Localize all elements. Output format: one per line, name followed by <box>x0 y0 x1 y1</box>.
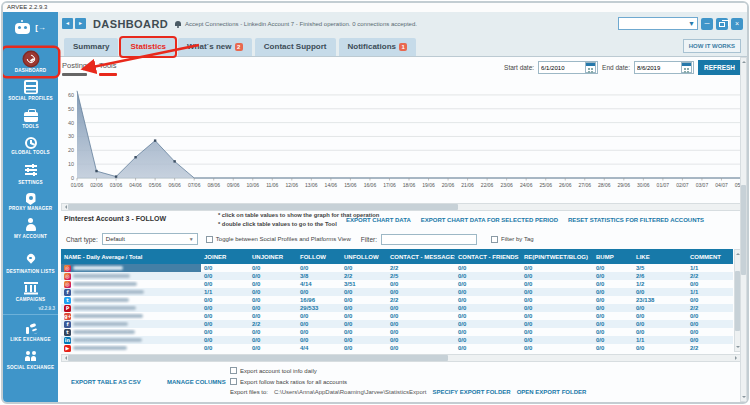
reset-statistics-link[interactable]: RESET STATISTICS FOR FILTERED ACCOUNTS <box>568 217 704 223</box>
stat-value-cell[interactable]: 16/96 <box>297 297 341 303</box>
stat-value-cell[interactable]: 0/0 <box>201 305 249 311</box>
column-header-joiner[interactable]: JOINER <box>201 254 249 260</box>
stat-value-cell[interactable]: 0/0 <box>633 289 687 295</box>
stat-value-cell[interactable]: 0/0 <box>593 305 633 311</box>
column-header-contact-messages[interactable]: CONTACT - MESSAGES <box>387 254 455 260</box>
stat-value-cell[interactable]: 0/0 <box>341 305 387 311</box>
stat-value-cell[interactable]: 0/0 <box>249 297 297 303</box>
stat-value-cell[interactable]: 0/0 <box>521 281 593 287</box>
stat-value-cell[interactable]: 0/0 <box>249 313 297 319</box>
subtab-posting[interactable]: Posting <box>62 61 87 76</box>
sidebar-item-social-profiles[interactable]: SOCIAL PROFILES <box>3 76 58 104</box>
stat-value-cell[interactable]: 2/2 <box>687 345 727 351</box>
stat-value-cell[interactable]: 0/0 <box>341 289 387 295</box>
stat-value-cell[interactable]: 0/0 <box>341 329 387 335</box>
stat-value-cell[interactable]: 0/0 <box>633 321 687 327</box>
table-row[interactable]: t0/00/00/00/00/00/00/00/00/00/0 <box>61 328 733 336</box>
stat-value-cell[interactable]: 0/0 <box>455 313 521 319</box>
stat-value-cell[interactable]: 0/0 <box>633 305 687 311</box>
sidebar-item-my-account[interactable]: MY ACCOUNT <box>3 214 58 242</box>
stat-value-cell[interactable]: 0/0 <box>297 329 341 335</box>
account-name-cell[interactable]: f <box>61 321 201 328</box>
account-name-cell[interactable]: f <box>61 289 201 296</box>
table-row[interactable]: f0/02/20/00/00/00/00/00/00/00/0 <box>61 320 733 328</box>
stat-value-cell[interactable]: 0/0 <box>201 273 249 279</box>
account-name-cell[interactable]: ◎ <box>61 281 201 288</box>
stat-value-cell[interactable]: 1/1 <box>201 289 249 295</box>
scrollbar-thumb[interactable] <box>741 185 746 275</box>
stat-value-cell[interactable]: 0/0 <box>633 329 687 335</box>
stat-value-cell[interactable]: 0/0 <box>593 313 633 319</box>
account-name-cell[interactable]: ◎ <box>61 264 201 272</box>
stat-value-cell[interactable]: 0/0 <box>687 297 727 303</box>
filter-input[interactable] <box>381 234 477 245</box>
stat-value-cell[interactable]: 0/0 <box>387 281 455 287</box>
scroll-left-icon[interactable] <box>63 205 67 209</box>
nav-back-button[interactable]: ◄ <box>62 18 73 29</box>
table-row[interactable]: ◎0/00/04/143/510/00/00/00/01/20/0 <box>61 280 733 288</box>
stat-value-cell[interactable]: 23/138 <box>633 297 687 303</box>
stat-value-cell[interactable]: 0/0 <box>341 337 387 343</box>
stat-value-cell[interactable]: 0/0 <box>521 297 593 303</box>
close-button[interactable]: × <box>731 18 743 30</box>
stat-value-cell[interactable]: 1/1 <box>633 337 687 343</box>
table-horizontal-scrollbar[interactable] <box>61 354 741 362</box>
export-chart-data-link[interactable]: EXPORT CHART DATA <box>346 217 411 223</box>
stat-value-cell[interactable]: 2/2 <box>249 321 297 327</box>
column-header-unjoiner[interactable]: UNJOINER <box>249 254 297 260</box>
table-row[interactable]: ◎0/00/03/82/22/50/00/00/02/62/2 <box>61 272 733 280</box>
column-header-like[interactable]: LIKE <box>633 254 687 260</box>
restore-button[interactable] <box>716 18 728 30</box>
scrollbar-thumb[interactable] <box>68 204 458 210</box>
stat-value-cell[interactable]: 0/0 <box>387 337 455 343</box>
refresh-button[interactable]: REFRESH <box>698 60 741 75</box>
stat-value-cell[interactable]: 0/0 <box>249 265 297 271</box>
stat-value-cell[interactable]: 0/0 <box>687 329 727 335</box>
scroll-up-icon[interactable] <box>736 251 740 255</box>
toggle-profiles-platforms-checkbox[interactable] <box>206 236 213 243</box>
scrollbar-thumb[interactable] <box>68 355 448 361</box>
stat-value-cell[interactable]: 0/0 <box>387 289 455 295</box>
stat-value-cell[interactable]: 0/0 <box>201 345 249 351</box>
scroll-right-icon[interactable] <box>735 356 739 360</box>
stat-value-cell[interactable]: 0/0 <box>455 297 521 303</box>
tab-statistics[interactable]: Statistics <box>121 38 175 56</box>
table-row[interactable]: t0/00/016/960/02/20/00/00/023/1380/0 <box>61 296 733 304</box>
stat-value-cell[interactable]: 4/14 <box>297 281 341 287</box>
stat-value-cell[interactable]: 1/1 <box>687 265 727 271</box>
tab-notifications[interactable]: Notifications1 <box>339 38 417 56</box>
stat-value-cell[interactable]: 0/0 <box>687 281 727 287</box>
end-date-input[interactable] <box>635 65 681 71</box>
stat-value-cell[interactable]: 0/0 <box>521 329 593 335</box>
stat-value-cell[interactable]: 0/0 <box>455 281 521 287</box>
tab-contact-support[interactable]: Contact Support <box>255 38 336 56</box>
content-vertical-scrollbar[interactable] <box>740 57 747 402</box>
stat-value-cell[interactable]: 0/0 <box>249 305 297 311</box>
stat-value-cell[interactable]: 0/0 <box>521 313 593 319</box>
stat-value-cell[interactable]: 0/0 <box>297 289 341 295</box>
calendar-icon[interactable] <box>681 62 692 73</box>
account-name-cell[interactable]: in <box>61 337 201 344</box>
stat-value-cell[interactable]: 0/0 <box>521 289 593 295</box>
stat-value-cell[interactable]: 0/0 <box>593 273 633 279</box>
sidebar-item-social-exchange[interactable]: SOCIAL EXCHANGE <box>3 345 58 373</box>
stat-value-cell[interactable]: 1/2 <box>633 281 687 287</box>
stat-value-cell[interactable]: 3/8 <box>297 273 341 279</box>
stat-value-cell[interactable]: 0/0 <box>201 313 249 319</box>
stat-value-cell[interactable]: 0/0 <box>249 337 297 343</box>
stat-value-cell[interactable]: 0/0 <box>201 321 249 327</box>
stat-value-cell[interactable]: 0/0 <box>341 345 387 351</box>
account-selector-dropdown[interactable]: ▼ <box>618 17 698 30</box>
stat-value-cell[interactable]: 3/51 <box>341 281 387 287</box>
stat-value-cell[interactable]: 4/4 <box>297 345 341 351</box>
export-tool-info-checkbox[interactable] <box>230 367 237 374</box>
stat-value-cell[interactable]: 0/0 <box>633 345 687 351</box>
column-header-bump[interactable]: BUMP <box>593 254 633 260</box>
filter-by-tag-checkbox[interactable] <box>491 236 498 243</box>
stat-value-cell[interactable]: 2/6 <box>633 273 687 279</box>
export-follow-back-checkbox[interactable] <box>230 378 237 385</box>
stat-value-cell[interactable]: 1/1 <box>687 289 727 295</box>
account-name-cell[interactable]: P <box>61 305 201 312</box>
stat-value-cell[interactable]: 0/0 <box>201 265 249 271</box>
stat-value-cell[interactable]: 0/0 <box>593 329 633 335</box>
